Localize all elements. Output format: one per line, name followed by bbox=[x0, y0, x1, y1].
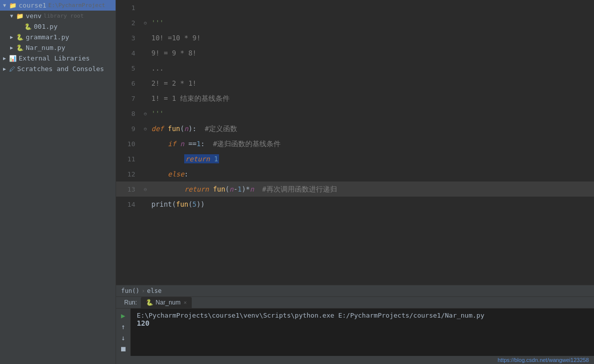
python-icon-narnum: 🐍 bbox=[16, 44, 24, 51]
course1-path: E:\PycharmProject bbox=[48, 2, 105, 9]
code-line-13[interactable]: 13 ⊖ return fun(n-1)*n #再次调用函数进行递归 bbox=[116, 181, 594, 197]
venv-sublabel: library root bbox=[43, 13, 83, 19]
code-line-14[interactable]: 14 print(fun(5)) bbox=[116, 197, 594, 212]
line-num-13: 13 bbox=[116, 186, 141, 193]
run-command-text: E:\PycharmProjects\course1\venv\Scripts\… bbox=[137, 312, 588, 319]
line-num-4: 4 bbox=[116, 49, 141, 57]
code-content-9: def fun(n): #定义函数 bbox=[149, 121, 594, 136]
run-main-content: E:\PycharmProjects\course1\venv\Scripts\… bbox=[131, 309, 594, 330]
code-content-6: 2! = 2 * 1! bbox=[149, 76, 594, 91]
arrow-venv bbox=[10, 13, 16, 19]
run-tab-name: Nar_num bbox=[155, 299, 180, 306]
line-num-1: 1 bbox=[116, 4, 141, 12]
code-content-3: 10! =10 * 9! bbox=[149, 30, 594, 45]
line-num-10: 10 bbox=[116, 140, 141, 148]
run-down-button[interactable]: ↓ bbox=[118, 334, 128, 342]
sidebar-item-narnum[interactable]: 🐍 Nar_num.py bbox=[0, 42, 116, 53]
python-icon-grammar1: 🐍 bbox=[16, 34, 24, 41]
code-editor[interactable]: 1 2 ⊖ ''' 3 10! =10 * 9! bbox=[116, 0, 594, 285]
code-line-7[interactable]: 7 1! = 1 结束的基线条件 bbox=[116, 91, 594, 106]
line-num-2: 2 bbox=[116, 19, 141, 27]
sidebar-label-course1: course1 bbox=[19, 2, 46, 9]
sidebar: 📁 course1 E:\PycharmProject 📁 venv libra… bbox=[0, 0, 116, 364]
line-num-8: 8 bbox=[116, 110, 141, 117]
run-side-buttons: ▶ ↑ ↓ ⏹ bbox=[116, 309, 131, 356]
line-num-3: 3 bbox=[116, 34, 141, 42]
run-panel: Run: 🐍 Nar_num × ▶ ↑ ↓ ⏹ E:\PycharmProje… bbox=[116, 296, 594, 364]
csdn-url[interactable]: https://blog.csdn.net/wangwei123258 bbox=[498, 357, 589, 363]
line-num-6: 6 bbox=[116, 80, 141, 87]
arrow-narnum bbox=[10, 45, 16, 50]
breadcrumb: fun() › else bbox=[116, 285, 594, 296]
breadcrumb-sep: › bbox=[141, 287, 145, 294]
extlib-icon: 📊 bbox=[9, 55, 17, 62]
code-line-4[interactable]: 4 9! = 9 * 8! bbox=[116, 45, 594, 60]
code-content-7: 1! = 1 结束的基线条件 bbox=[149, 91, 594, 106]
code-content-13: return fun(n-1)*n #再次调用函数进行递归 bbox=[149, 181, 594, 197]
arrow-grammar1 bbox=[10, 34, 16, 40]
code-line-10[interactable]: 10 if n ==1: #递归函数的基线条件 bbox=[116, 136, 594, 151]
sidebar-item-grammar1[interactable]: 🐍 grammar1.py bbox=[0, 32, 116, 42]
breadcrumb-else[interactable]: else bbox=[147, 287, 161, 294]
sidebar-label-narnum: Nar_num.py bbox=[26, 44, 65, 51]
python-icon-001py: 🐍 bbox=[24, 23, 32, 30]
folder-icon-course1: 📁 bbox=[9, 2, 17, 9]
run-label: Run: bbox=[120, 297, 141, 308]
run-stop-button[interactable]: ⏹ bbox=[118, 345, 128, 353]
fold-2: ⊖ bbox=[141, 20, 149, 26]
arrow-scratches bbox=[3, 66, 9, 72]
code-line-2[interactable]: 2 ⊖ ''' bbox=[116, 15, 594, 30]
code-content-4: 9! = 9 * 8! bbox=[149, 45, 594, 60]
code-line-11[interactable]: 11 return 1 bbox=[116, 151, 594, 166]
code-content-2: ''' bbox=[149, 15, 594, 30]
sidebar-item-venv[interactable]: 📁 venv library root bbox=[0, 11, 116, 21]
run-output-text: 120 bbox=[137, 319, 588, 327]
sidebar-item-001py[interactable]: 🐍 001.py bbox=[0, 21, 116, 32]
code-line-9[interactable]: 9 ⊖ def fun(n): #定义函数 bbox=[116, 121, 594, 136]
sidebar-label-extlibs: External Libraries bbox=[19, 54, 90, 62]
code-content-8: ''' bbox=[149, 106, 594, 121]
sidebar-item-course1[interactable]: 📁 course1 E:\PycharmProject bbox=[0, 0, 116, 11]
line-num-9: 9 bbox=[116, 125, 141, 133]
fold-13: ⊖ bbox=[141, 187, 149, 192]
arrow-extlibs bbox=[3, 55, 9, 61]
line-num-11: 11 bbox=[116, 155, 141, 163]
breadcrumb-fun[interactable]: fun() bbox=[121, 287, 139, 294]
sidebar-item-extlibs[interactable]: 📊 External Libraries bbox=[0, 53, 116, 64]
sidebar-label-scratches: Scratches and Consoles bbox=[17, 65, 104, 73]
run-tab-narnum[interactable]: 🐍 Nar_num × bbox=[141, 297, 192, 308]
code-content-14: print(fun(5)) bbox=[149, 197, 594, 212]
sidebar-label-001py: 001.py bbox=[34, 23, 58, 30]
code-lines: 1 2 ⊖ ''' 3 10! =10 * 9! bbox=[116, 0, 594, 285]
code-line-12[interactable]: 12 else: bbox=[116, 166, 594, 181]
code-line-5[interactable]: 5 ... bbox=[116, 60, 594, 76]
status-bar: https://blog.csdn.net/wangwei123258 bbox=[116, 356, 594, 364]
code-content-12: else: bbox=[149, 166, 594, 181]
main-area: 📁 course1 E:\PycharmProject 📁 venv libra… bbox=[0, 0, 594, 364]
code-line-1[interactable]: 1 bbox=[116, 0, 594, 15]
run-up-button[interactable]: ↑ bbox=[118, 323, 128, 331]
sidebar-item-scratches[interactable]: 🖊 Scratches and Consoles bbox=[0, 64, 116, 74]
line-num-12: 12 bbox=[116, 170, 141, 178]
run-tabs-bar: Run: 🐍 Nar_num × bbox=[116, 297, 594, 309]
arrow-course1 bbox=[3, 3, 9, 8]
code-content-5: ... bbox=[149, 60, 594, 76]
code-content-10: if n ==1: #递归函数的基线条件 bbox=[149, 136, 594, 151]
code-line-3[interactable]: 3 10! =10 * 9! bbox=[116, 30, 594, 45]
line-num-14: 14 bbox=[116, 201, 141, 208]
folder-icon-venv: 📁 bbox=[16, 13, 24, 20]
line-num-5: 5 bbox=[116, 65, 141, 72]
run-tab-close[interactable]: × bbox=[184, 299, 187, 306]
code-content-11: return 1 bbox=[149, 151, 594, 166]
scratch-icon: 🖊 bbox=[9, 66, 15, 73]
code-line-6[interactable]: 6 2! = 2 * 1! bbox=[116, 76, 594, 91]
fold-9: ⊖ bbox=[141, 126, 149, 132]
python-tab-icon: 🐍 bbox=[146, 299, 153, 306]
code-line-8[interactable]: 8 ⊖ ''' bbox=[116, 106, 594, 121]
sidebar-label-venv: venv bbox=[26, 12, 41, 20]
run-play-button[interactable]: ▶ bbox=[118, 312, 128, 320]
fold-8: ⊖ bbox=[141, 111, 149, 116]
editor-area: 1 2 ⊖ ''' 3 10! =10 * 9! bbox=[116, 0, 594, 364]
run-toolbar: ▶ ↑ ↓ ⏹ E:\PycharmProjects\course1\venv\… bbox=[116, 309, 594, 356]
line-num-7: 7 bbox=[116, 95, 141, 102]
